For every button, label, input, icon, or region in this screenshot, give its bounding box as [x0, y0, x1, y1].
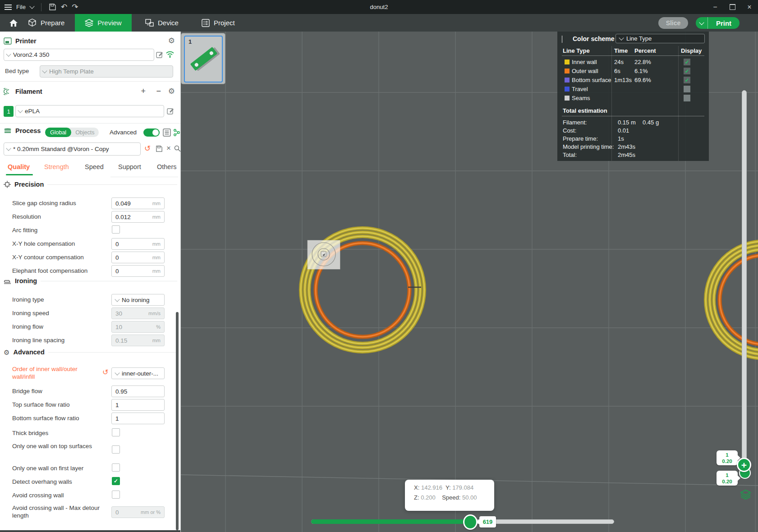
display-checkbox[interactable]: ✓: [684, 77, 690, 83]
print-button[interactable]: Print: [696, 17, 740, 29]
avoid-crossing-wall-checkbox[interactable]: ✓: [112, 491, 120, 499]
display-checkbox[interactable]: ✓: [684, 95, 690, 101]
estimation-value: 1s: [618, 135, 624, 142]
wall-order-select[interactable]: inner-outer-...: [111, 367, 165, 379]
device-icon: [145, 19, 154, 27]
tab-quality[interactable]: Quality: [8, 163, 30, 170]
filament-settings-gear-icon[interactable]: ⚙: [168, 87, 175, 96]
tab-label: Project: [214, 19, 235, 27]
move-slider-handle[interactable]: [463, 514, 478, 530]
ironing-title: Ironing: [15, 277, 37, 284]
process-compare-icon[interactable]: [173, 128, 180, 137]
process-scope-switch[interactable]: Global Objects: [45, 128, 99, 137]
line-type-time: 24s: [614, 59, 624, 65]
scope-global[interactable]: Global: [45, 128, 71, 137]
maximize-button[interactable]: [724, 0, 741, 14]
detect-overhang-walls-checkbox[interactable]: ✓: [112, 477, 120, 485]
arc-fitting-checkbox[interactable]: ✓: [112, 225, 120, 234]
tab-speed[interactable]: Speed: [85, 163, 104, 170]
tab-device[interactable]: Device: [145, 14, 179, 32]
top-surface-flow-input[interactable]: 1: [111, 399, 165, 411]
display-checkbox[interactable]: ✓: [684, 86, 690, 92]
layer-slider-upper-handle[interactable]: +: [737, 458, 751, 472]
display-checkbox[interactable]: ✓: [684, 59, 690, 65]
save-preset-icon[interactable]: [156, 145, 163, 152]
printer-icon: [4, 37, 12, 45]
tab-strength[interactable]: Strength: [44, 163, 69, 170]
remove-filament-button[interactable]: −: [153, 87, 165, 96]
printer-edit-icon[interactable]: [156, 51, 163, 58]
chevron-down-icon[interactable]: [29, 4, 34, 9]
thick-bridges-checkbox[interactable]: ✓: [112, 428, 120, 436]
layers-mode-icon[interactable]: [740, 490, 751, 500]
display-checkbox[interactable]: ✓: [684, 68, 690, 74]
speed-value: 50.00: [462, 494, 477, 501]
close-button[interactable]: ×: [741, 0, 758, 14]
file-menu[interactable]: File: [16, 4, 26, 10]
menu-icon[interactable]: [5, 7, 12, 8]
parameter-list-icon[interactable]: [163, 128, 171, 137]
process-preset-select[interactable]: * 0.20mm Standard @Voron - Copy: [4, 142, 141, 156]
collapse-panel-icon[interactable]: [562, 36, 562, 43]
filament-title: Filament: [15, 88, 42, 95]
advanced-mode-toggle[interactable]: [143, 128, 160, 137]
plate-thumbnail[interactable]: 1: [184, 36, 223, 83]
project-icon: [202, 19, 210, 27]
resolution-input[interactable]: 0.012 mm: [111, 211, 165, 223]
plate-thumbnail-card[interactable]: 1: [181, 33, 225, 84]
only-one-wall-top-checkbox[interactable]: ✓: [112, 445, 120, 454]
advanced-section-header: ⚙ Advanced: [4, 349, 177, 356]
color-scheme-mode-select[interactable]: Line Type: [616, 34, 705, 43]
window-title: donut2: [0, 4, 758, 10]
layer-upper-badge: 1 0.20: [717, 450, 738, 465]
layer-slider-track[interactable]: [742, 90, 747, 472]
ironing-section-header: Ironing: [4, 277, 177, 284]
bottom-surface-flow-input[interactable]: 1: [111, 413, 165, 424]
filament-edit-icon[interactable]: [167, 107, 174, 115]
tab-others[interactable]: Others: [157, 163, 177, 170]
search-icon[interactable]: [174, 145, 181, 152]
wifi-icon[interactable]: [165, 50, 175, 58]
donut-model-2[interactable]: [706, 241, 758, 358]
xy-contour-compensation-input[interactable]: 0 mm: [111, 252, 165, 263]
reset-setting-icon[interactable]: ↺: [102, 369, 108, 376]
setting-label: Ironing flow: [12, 323, 105, 330]
prime-tower[interactable]: [308, 240, 340, 269]
tab-prepare[interactable]: Prepare: [28, 14, 64, 32]
setting-label: Elephant foot compensation: [12, 267, 105, 275]
add-filament-button[interactable]: +: [138, 87, 149, 96]
redo-icon[interactable]: ↷: [72, 3, 78, 11]
line-type-label: Seams: [572, 95, 590, 101]
printer-select[interactable]: Voron2.4 350: [4, 49, 154, 61]
slice-button[interactable]: Slice: [658, 17, 688, 29]
only-one-wall-first-layer-checkbox[interactable]: ✓: [112, 463, 120, 472]
printer-settings-gear-icon[interactable]: ⚙: [168, 36, 175, 46]
bridge-flow-input[interactable]: 0.95: [111, 385, 165, 397]
scope-objects[interactable]: Objects: [71, 128, 98, 137]
print-dropdown[interactable]: [696, 17, 708, 29]
home-tab[interactable]: [4, 14, 23, 32]
minimize-button[interactable]: −: [707, 0, 724, 14]
reset-preset-icon[interactable]: ↺: [144, 145, 151, 152]
title-bar: File ↶ ↷ donut2 − ×: [0, 0, 758, 14]
tab-support[interactable]: Support: [118, 163, 141, 170]
tab-preview[interactable]: Preview: [75, 14, 132, 32]
column-header: Time: [614, 47, 628, 54]
undo-icon[interactable]: ↶: [61, 3, 67, 11]
tab-project[interactable]: Project: [202, 14, 235, 32]
ironing-type-select[interactable]: No ironing: [111, 294, 165, 306]
estimation-title: Total estimation: [563, 107, 607, 114]
save-icon[interactable]: [49, 3, 56, 11]
estimation-label: Total:: [563, 151, 577, 158]
clear-preset-icon[interactable]: ×: [166, 144, 171, 153]
slice-gap-input[interactable]: 0.049 mm: [111, 197, 165, 209]
setting-label: Bridge flow: [12, 387, 105, 395]
layer-number: 1: [726, 452, 728, 458]
line-type-label: Bottom surface: [572, 77, 611, 83]
xy-hole-compensation-input[interactable]: 0 mm: [111, 238, 165, 250]
elephant-foot-compensation-input[interactable]: 0 mm: [111, 265, 165, 277]
column-divider: [678, 46, 679, 161]
bed-type-select[interactable]: High Temp Plate: [40, 65, 173, 78]
filament-select[interactable]: ePLA: [15, 105, 164, 117]
settings-scrollbar[interactable]: [176, 312, 179, 530]
